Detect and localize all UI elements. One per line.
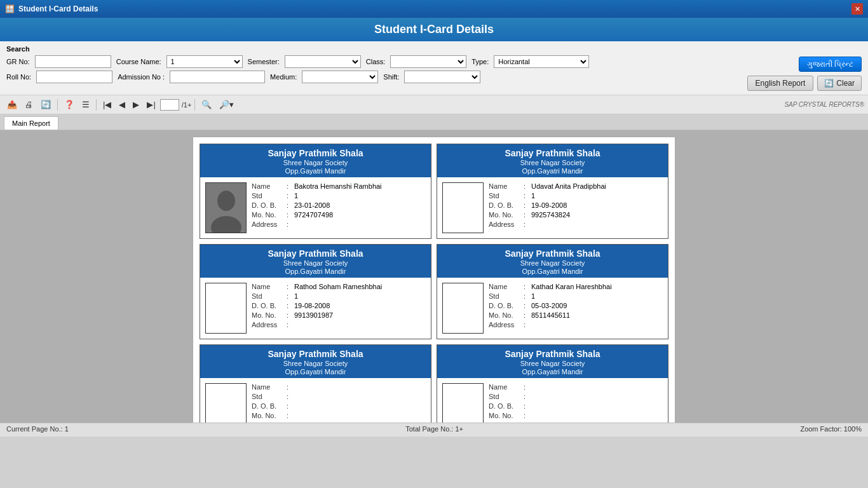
- icard-1: Sanjay Prathmik Shala Shree Nagar Societ…: [437, 144, 668, 239]
- gujarati-print-button[interactable]: ગુજરાતી પ્રિન્ટ: [799, 57, 862, 72]
- search-label: Search: [6, 45, 862, 53]
- page-total: /1+: [182, 101, 192, 109]
- icard-address-row-1: Address :: [489, 220, 663, 228]
- icard-mono-row-1: Mo. No. : 9925743824: [489, 211, 663, 219]
- icard-name-row-1: Name : Udavat Anita Pradipbhai: [489, 182, 663, 190]
- search-section: Search GR No: Course Name: 1 Semester: C…: [0, 41, 868, 95]
- report-page: Sanjay Prathmik Shala Shree Nagar Societ…: [193, 137, 675, 423]
- icard-opp-1: Opp.Gayatri Mandir: [440, 167, 665, 175]
- crystal-reports-badge: SAP CRYSTAL REPORTS®: [784, 101, 864, 108]
- icard-society-3: Shree Nagar Society: [440, 259, 665, 267]
- type-select[interactable]: Horizantal Vertical: [494, 55, 589, 68]
- toolbar: 📤 🖨 🔄 ❓ ☰ |◀ ◀ ▶ ▶| 1 /1+ 🔍 🔎▾ SAP CRYST…: [0, 95, 868, 114]
- icard-opp-4: Opp.Gayatri Mandir: [203, 368, 428, 376]
- icard-details-4: Name : Std : D. O. B. : Mo. No. :: [252, 383, 426, 423]
- english-report-button[interactable]: English Report: [747, 76, 814, 91]
- icard-grid: Sanjay Prathmik Shala Shree Nagar Societ…: [200, 144, 668, 423]
- gr-no-input[interactable]: [35, 55, 111, 68]
- icard-dob-row-4: D. O. B. :: [252, 402, 426, 410]
- close-button[interactable]: ✕: [851, 3, 863, 15]
- icard-name-row-0: Name : Bakotra Hemanshi Rambhai: [252, 182, 426, 190]
- nav-prev-btn[interactable]: ◀: [116, 98, 128, 111]
- admission-no-input[interactable]: [170, 71, 265, 83]
- main-report-tab[interactable]: Main Report: [4, 116, 58, 130]
- gr-no-label: GR No:: [6, 58, 30, 65]
- icard-dob-row-5: D. O. B. :: [489, 402, 663, 410]
- class-select[interactable]: [390, 55, 466, 68]
- semester-select[interactable]: [285, 55, 361, 68]
- icard-society-4: Shree Nagar Society: [203, 360, 428, 367]
- toolbar-query-btn[interactable]: ❓: [61, 98, 78, 111]
- shift-label: Shift:: [383, 73, 399, 81]
- icard-header-3: Sanjay Prathmik Shala Shree Nagar Societ…: [437, 245, 668, 278]
- report-area[interactable]: Sanjay Prathmik Shala Shree Nagar Societ…: [0, 130, 868, 423]
- icard-header-4: Sanjay Prathmik Shala Shree Nagar Societ…: [200, 345, 431, 378]
- toolbar-refresh-btn[interactable]: 🔄: [37, 98, 54, 111]
- icard-school-name-3: Sanjay Prathmik Shala: [440, 248, 665, 259]
- icard-3: Sanjay Prathmik Shala Shree Nagar Societ…: [437, 244, 668, 339]
- icard-name-row-2: Name : Rathod Soham Rameshbhai: [252, 283, 426, 290]
- icard-mono-row-2: Mo. No. : 9913901987: [252, 311, 426, 319]
- icard-opp-0: Opp.Gayatri Mandir: [203, 167, 428, 175]
- icard-school-name-4: Sanjay Prathmik Shala: [203, 349, 428, 359]
- icard-address-row-3: Address :: [489, 321, 663, 329]
- icard-header-0: Sanjay Prathmik Shala Shree Nagar Societ…: [200, 144, 431, 177]
- icard-details-0: Name : Bakotra Hemanshi Rambhai Std : 1 …: [252, 182, 426, 233]
- toolbar-export-btn[interactable]: 📤: [4, 98, 20, 111]
- app-icon: 🪟: [5, 4, 15, 13]
- icard-std-row-4: Std :: [252, 393, 426, 400]
- icard-body-3: Name : Kathad Karan Hareshbhai Std : 1 D…: [437, 278, 668, 339]
- icard-address-row-2: Address :: [252, 321, 426, 329]
- icard-dob-row-2: D. O. B. : 19-08-2008: [252, 302, 426, 309]
- course-name-select[interactable]: 1: [166, 55, 243, 68]
- icard-details-5: Name : Std : D. O. B. : Mo. No. :: [489, 383, 663, 423]
- clear-icon: 🔄: [824, 79, 834, 88]
- clear-button[interactable]: 🔄 Clear: [817, 76, 862, 91]
- semester-label: Semester:: [248, 58, 280, 65]
- icard-body-0: Name : Bakotra Hemanshi Rambhai Std : 1 …: [200, 177, 431, 238]
- icard-4: Sanjay Prathmik Shala Shree Nagar Societ…: [200, 344, 431, 423]
- icard-2: Sanjay Prathmik Shala Shree Nagar Societ…: [200, 244, 431, 339]
- icard-opp-2: Opp.Gayatri Mandir: [203, 268, 428, 275]
- toolbar-search-btn[interactable]: 🔍: [198, 98, 215, 111]
- roll-no-input[interactable]: [36, 71, 112, 83]
- icard-society-0: Shree Nagar Society: [203, 159, 428, 166]
- icard-body-1: Name : Udavat Anita Pradipbhai Std : 1 D…: [437, 177, 668, 238]
- icard-address-row-0: Address :: [252, 220, 426, 228]
- icard-body-5: Name : Std : D. O. B. : Mo. No. :: [437, 378, 668, 423]
- icard-body-2: Name : Rathod Soham Rameshbhai Std : 1 D…: [200, 278, 431, 339]
- class-label: Class:: [366, 58, 386, 65]
- title-bar: 🪟 Student I-Card Details ✕: [0, 0, 868, 18]
- icard-opp-3: Opp.Gayatri Mandir: [440, 268, 665, 275]
- toolbar-sep1: [57, 99, 58, 111]
- icard-photo-4: [205, 383, 247, 423]
- nav-first-btn[interactable]: |◀: [100, 98, 114, 111]
- icard-std-row-2: Std : 1: [252, 292, 426, 300]
- icard-photo-1: [442, 182, 484, 233]
- toolbar-print-btn[interactable]: 🖨: [22, 98, 36, 111]
- tab-bar: Main Report: [0, 114, 868, 130]
- nav-next-btn[interactable]: ▶: [130, 98, 142, 111]
- medium-select[interactable]: [302, 71, 378, 83]
- shift-select[interactable]: [404, 71, 480, 83]
- icard-society-1: Shree Nagar Society: [440, 159, 665, 166]
- icard-photo-3: [442, 283, 484, 334]
- icard-header-5: Sanjay Prathmik Shala Shree Nagar Societ…: [437, 345, 668, 378]
- icard-mono-row-3: Mo. No. : 8511445611: [489, 311, 663, 319]
- roll-no-label: Roll No:: [6, 73, 31, 81]
- title-bar-text: Student I-Card Details: [18, 4, 98, 13]
- medium-label: Medium:: [270, 73, 297, 81]
- icard-school-name-1: Sanjay Prathmik Shala: [440, 148, 665, 158]
- toolbar-zoom-btn[interactable]: 🔎▾: [216, 98, 237, 111]
- nav-last-btn[interactable]: ▶|: [144, 98, 158, 111]
- toolbar-group-btn[interactable]: ☰: [79, 98, 93, 111]
- icard-mono-row-0: Mo. No. : 9724707498: [252, 211, 426, 219]
- icard-address-row-5: Address :: [489, 421, 663, 423]
- icard-5: Sanjay Prathmik Shala Shree Nagar Societ…: [437, 344, 668, 423]
- course-name-label: Course Name:: [116, 58, 161, 65]
- icard-photo-2: [205, 283, 247, 334]
- toolbar-sep2: [96, 99, 97, 111]
- icard-photo-0: [205, 182, 247, 233]
- icard-0: Sanjay Prathmik Shala Shree Nagar Societ…: [200, 144, 431, 239]
- page-number-input[interactable]: 1: [160, 99, 179, 111]
